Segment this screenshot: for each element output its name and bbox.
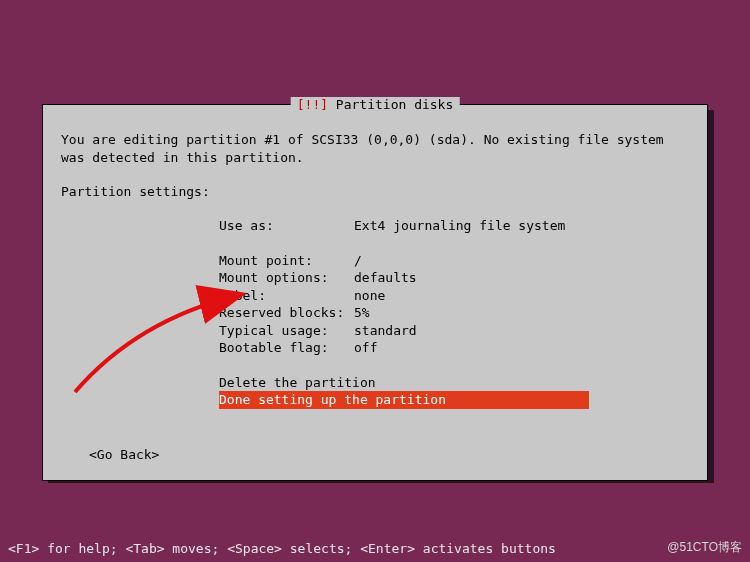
setting-key: Use as: (219, 217, 354, 235)
setting-val: off (354, 339, 377, 357)
dialog-panel: [!!] Partition disks You are editing par… (42, 104, 708, 481)
setting-mount-point[interactable]: Mount point: / (219, 252, 689, 270)
setting-use-as[interactable]: Use as: Ext4 journaling file system (219, 217, 689, 235)
settings-list: Use as: Ext4 journaling file system Moun… (219, 217, 689, 357)
setting-key: Typical usage: (219, 322, 354, 340)
setting-key: Reserved blocks: (219, 304, 354, 322)
delete-partition-action[interactable]: Delete the partition (219, 374, 689, 392)
setting-label[interactable]: Label: none (219, 287, 689, 305)
alert-badge: [!!] (297, 97, 328, 112)
setting-val: / (354, 252, 362, 270)
go-back-button[interactable]: <Go Back> (89, 447, 689, 462)
setting-val: Ext4 journaling file system (354, 217, 565, 235)
setting-val: none (354, 287, 385, 305)
footer-bar: <F1> for help; <Tab> moves; <Space> sele… (0, 535, 750, 562)
dialog-title-text: Partition disks (336, 97, 453, 112)
setting-key: Label: (219, 287, 354, 305)
settings-heading: Partition settings: (61, 184, 689, 199)
intro-text: You are editing partition #1 of SCSI33 (… (61, 131, 689, 166)
setting-reserved-blocks[interactable]: Reserved blocks: 5% (219, 304, 689, 322)
setting-val: standard (354, 322, 417, 340)
setting-key: Bootable flag: (219, 339, 354, 357)
dialog-title: [!!] Partition disks (291, 97, 460, 112)
footer-help-text: <F1> for help; <Tab> moves; <Space> sele… (8, 541, 556, 556)
setting-val: defaults (354, 269, 417, 287)
setting-key: Mount options: (219, 269, 354, 287)
setting-val: 5% (354, 304, 370, 322)
setting-bootable-flag[interactable]: Bootable flag: off (219, 339, 689, 357)
watermark-text: @51CTO博客 (667, 539, 742, 556)
setting-key: Mount point: (219, 252, 354, 270)
done-setting-up-action[interactable]: Done setting up the partition (219, 391, 589, 409)
setting-mount-options[interactable]: Mount options: defaults (219, 269, 689, 287)
action-list: Delete the partition Done setting up the… (219, 374, 689, 409)
partition-dialog: [!!] Partition disks You are editing par… (42, 104, 708, 481)
setting-typical-usage[interactable]: Typical usage: standard (219, 322, 689, 340)
